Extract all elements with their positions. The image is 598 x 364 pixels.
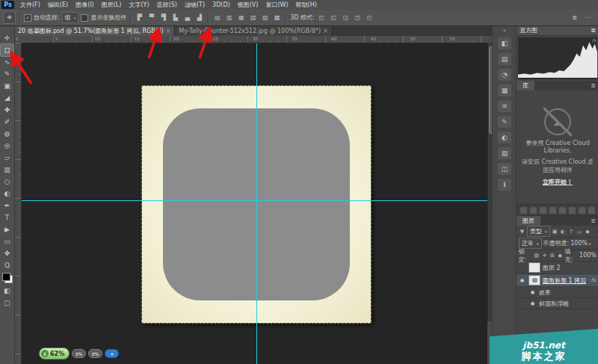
distribute-left-icon[interactable]: ▧: [248, 13, 258, 22]
document-tab-inactive[interactable]: My-Tally-Counter-512x512.jpg @ 100%(RGB/…: [175, 25, 333, 36]
dock-panel-icon-4[interactable]: ▦: [498, 84, 511, 96]
quick-icon-5[interactable]: [559, 207, 566, 214]
visibility-toggle[interactable]: ◉: [518, 277, 526, 283]
menu-layer[interactable]: 图层(L): [98, 1, 126, 9]
color-swatches[interactable]: [2, 273, 13, 283]
close-icon[interactable]: ×: [166, 28, 171, 34]
dock-panel-icon-10[interactable]: ℹ: [498, 179, 511, 191]
move-tool[interactable]: ✛: [1, 32, 13, 44]
dock-panel-icon-9[interactable]: ◫: [498, 163, 511, 175]
canvas-area[interactable]: [21, 43, 487, 364]
panel-grip-icon[interactable]: ⋯: [5, 26, 10, 32]
quick-icon-1[interactable]: [520, 207, 527, 214]
quick-icon-7[interactable]: [579, 207, 585, 214]
quick-icon-6[interactable]: [569, 207, 576, 214]
lasso-tool[interactable]: ∿: [1, 56, 13, 68]
crop-tool[interactable]: ▣: [1, 80, 13, 92]
eyedropper-tool[interactable]: ◢: [1, 92, 13, 104]
quick-icon-3[interactable]: [540, 207, 546, 214]
vertical-ruler[interactable]: [14, 43, 22, 364]
3d-mode-icon-2[interactable]: ◱: [329, 13, 339, 22]
get-started-link[interactable]: 立即开始！: [543, 178, 573, 186]
dock-panel-icon-5[interactable]: ≋: [498, 100, 511, 112]
foreground-color-swatch[interactable]: [2, 273, 10, 281]
distribute-top-icon[interactable]: ▤: [212, 13, 222, 22]
3d-mode-icon-5[interactable]: ◴: [365, 13, 374, 22]
menu-3d[interactable]: 3D(D): [209, 1, 234, 8]
filter-adjustment-icon[interactable]: ◐: [560, 229, 567, 235]
healing-brush-tool[interactable]: ✚: [1, 104, 13, 116]
quick-icon-4[interactable]: [549, 207, 556, 214]
fill-value[interactable]: 100%: [579, 252, 597, 259]
layer-fx-badge[interactable]: fx: [591, 277, 597, 283]
tab-libraries[interactable]: 库: [517, 81, 534, 90]
distribute-right-icon[interactable]: ▩: [272, 13, 282, 22]
dock-panel-icon-8[interactable]: ▧: [498, 147, 511, 159]
quick-icon-8[interactable]: [588, 207, 595, 214]
progress-pill[interactable]: ↕ 62%: [39, 348, 70, 360]
effects-row[interactable]: ◉ 效果: [517, 287, 598, 298]
lock-all-icon[interactable]: ◆: [557, 253, 563, 259]
stat-badge-blue[interactable]: ✦: [105, 349, 119, 358]
menu-filter[interactable]: 滤镜(T): [181, 1, 209, 9]
dodge-tool[interactable]: ◐: [1, 188, 13, 200]
menu-select[interactable]: 选择(S): [153, 1, 181, 9]
visibility-toggle[interactable]: ◉: [528, 300, 537, 306]
menu-file[interactable]: 文件(F): [16, 1, 44, 9]
layer-filter-dropdown[interactable]: 类型 ▾: [527, 226, 550, 237]
dock-panel-icon-1[interactable]: ◧: [498, 37, 511, 49]
layer-row-selected[interactable]: ◉ 圆角矩形 1 拷贝 fx: [517, 274, 598, 287]
distribute-center-icon[interactable]: ▨: [260, 13, 270, 22]
quick-mask-button[interactable]: ◧: [1, 285, 13, 297]
align-right-icon[interactable]: ▜: [158, 13, 168, 22]
bevel-emboss-row[interactable]: ◉ 斜面和浮雕: [517, 298, 598, 309]
layer-row-layer2[interactable]: 图层 2: [517, 262, 598, 274]
filter-shape-icon[interactable]: ▭: [576, 229, 583, 235]
expand-panels-icon[interactable]: «: [503, 28, 506, 34]
history-brush-tool[interactable]: ◎: [1, 140, 13, 152]
lock-position-icon[interactable]: ⊞: [549, 253, 555, 259]
panel-options-icon[interactable]: ⋯: [582, 13, 592, 22]
eraser-tool[interactable]: ▱: [1, 152, 13, 164]
menu-image[interactable]: 图像(I): [72, 1, 98, 9]
screen-mode-button[interactable]: ▢: [1, 297, 13, 309]
close-icon[interactable]: ×: [323, 28, 328, 34]
align-middle-icon[interactable]: ▄: [182, 13, 192, 22]
distribute-middle-icon[interactable]: ▥: [224, 13, 234, 22]
type-tool[interactable]: T: [1, 212, 13, 223]
menu-edit[interactable]: 编辑(E): [44, 1, 72, 9]
menu-type[interactable]: 文字(Y): [125, 1, 152, 9]
quick-selection-tool[interactable]: ✎: [1, 68, 13, 80]
quick-icon-2[interactable]: [530, 207, 537, 214]
dock-panel-icon-6[interactable]: ✎: [498, 116, 511, 128]
hand-tool[interactable]: ✥: [1, 247, 13, 259]
distribute-bottom-icon[interactable]: ▦: [236, 13, 246, 22]
tab-layers[interactable]: 图层: [517, 216, 540, 226]
auto-select-dropdown[interactable]: 组 ▾: [62, 12, 79, 23]
panel-menu-icon[interactable]: ≣: [591, 82, 598, 89]
panel-menu-icon[interactable]: ≣: [591, 27, 596, 34]
pen-tool[interactable]: ✒: [1, 200, 13, 212]
3d-mode-icon-3[interactable]: ◲: [341, 13, 351, 22]
horizontal-ruler[interactable]: 05 1015 2025 3035 4045 5055: [14, 36, 487, 43]
visibility-toggle[interactable]: ◉: [528, 289, 537, 295]
menu-view[interactable]: 视图(V): [234, 1, 262, 9]
dock-panel-icon-7[interactable]: ◐: [498, 132, 511, 144]
shape-tool[interactable]: ▭: [1, 235, 13, 247]
layer-thumbnail[interactable]: [528, 262, 540, 273]
align-bottom-icon[interactable]: ▟: [194, 13, 204, 22]
panel-menu-icon[interactable]: ≣: [591, 218, 598, 224]
refresh-histogram-icon[interactable]: ⟳: [592, 38, 597, 44]
current-tool-icon[interactable]: ✛: [3, 11, 16, 24]
show-transform-checkbox[interactable]: [81, 14, 88, 22]
lock-pixels-icon[interactable]: ✛: [541, 253, 547, 259]
3d-mode-icon-1[interactable]: ◰: [317, 13, 327, 22]
marquee-tool[interactable]: ◻: [1, 44, 13, 56]
ps-logo-icon[interactable]: Ps: [1, 1, 14, 9]
filter-pixel-icon[interactable]: ▣: [552, 229, 558, 235]
menu-help[interactable]: 帮助(H): [292, 1, 321, 9]
document-tab-active[interactable]: 20 临摹图标.psd @ 51.7%(圆角矩形 1 拷贝, RGB/8) ×: [14, 25, 175, 36]
vertical-guide[interactable]: [256, 43, 257, 364]
align-left-icon[interactable]: ▛: [135, 13, 144, 22]
lock-transparent-icon[interactable]: ▨: [534, 253, 540, 259]
